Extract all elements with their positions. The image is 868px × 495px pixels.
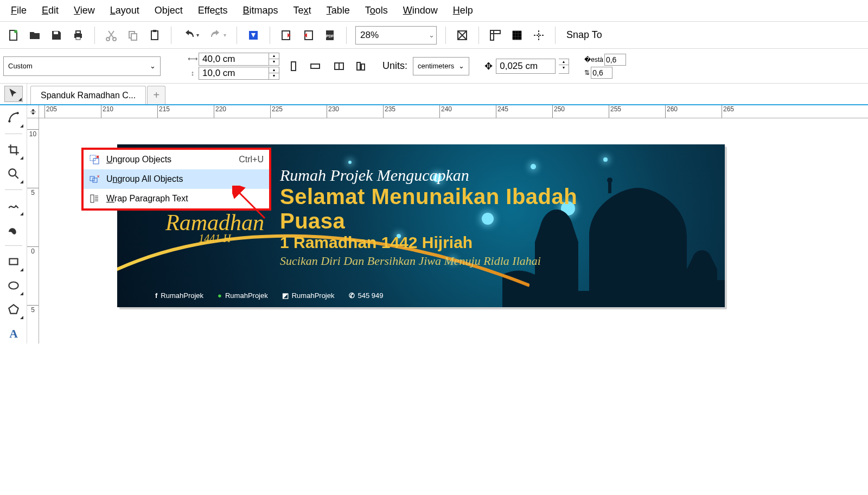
- menu-object[interactable]: Object: [147, 2, 190, 20]
- page-height-input[interactable]: [199, 67, 269, 80]
- duplicate-distance: �està ⇅: [584, 54, 626, 79]
- svg-rect-10: [153, 30, 156, 32]
- cut-button[interactable]: [101, 26, 121, 45]
- height-spinner[interactable]: ▴▾: [269, 67, 279, 80]
- menu-bitmaps[interactable]: Bitmaps: [235, 2, 286, 20]
- document-tab-area: Spanduk Ramadhan C... +: [0, 84, 868, 105]
- shape-tool[interactable]: [3, 107, 24, 128]
- ctx-ungroup-all-label: Ungroup All Objects: [106, 174, 264, 184]
- social-wa: RumahProjek: [225, 291, 268, 300]
- ellipse-tool[interactable]: [3, 275, 24, 296]
- snap-to-label[interactable]: Snap To: [562, 29, 607, 41]
- banner-line4: Sucikan Diri Dan Bersihkan Jiwa Menuju R…: [280, 254, 584, 268]
- svg-rect-21: [357, 62, 360, 70]
- svg-rect-31: [90, 155, 95, 161]
- undo-button[interactable]: ▾: [178, 26, 203, 45]
- svg-rect-32: [93, 158, 99, 164]
- banner-line1: Rumah Projek Mengucapkan: [280, 166, 584, 185]
- h-tick: 225: [270, 105, 283, 118]
- current-page-button[interactable]: [351, 56, 371, 76]
- zoom-tool[interactable]: [3, 163, 24, 184]
- facebook-icon: f: [155, 291, 157, 300]
- chevron-down-icon: ⌄: [150, 62, 156, 70]
- paste-button[interactable]: [145, 26, 164, 45]
- ungroup-icon: [89, 154, 100, 165]
- ctx-ungroup[interactable]: Ungroup Objects Ctrl+U: [84, 150, 269, 169]
- svg-rect-17: [291, 62, 296, 71]
- ruler-origin[interactable]: [27, 105, 39, 118]
- dup-x-input[interactable]: [604, 54, 626, 66]
- page-width-input[interactable]: [199, 53, 269, 66]
- search-content-button[interactable]: [244, 26, 263, 45]
- svg-point-27: [9, 282, 18, 289]
- zoom-level-combo[interactable]: ⌄: [355, 26, 437, 45]
- units-combo[interactable]: centimeters ⌄: [413, 57, 469, 75]
- save-button[interactable]: [47, 26, 66, 45]
- menu-layout[interactable]: Layout: [103, 2, 147, 20]
- new-button[interactable]: [3, 26, 23, 45]
- svg-rect-36: [93, 178, 97, 182]
- tab-add-button[interactable]: +: [147, 86, 165, 104]
- height-icon: ↕: [187, 67, 199, 79]
- show-grid-button[interactable]: [507, 26, 527, 45]
- svg-rect-4: [76, 37, 80, 40]
- chevron-down-icon[interactable]: ⌄: [427, 31, 436, 39]
- svg-text:A: A: [9, 327, 18, 340]
- v-tick: 10: [27, 129, 39, 138]
- horizontal-ruler[interactable]: 205 210 215 220 225 230 235 240 245 250 …: [39, 105, 868, 118]
- width-spinner[interactable]: ▴▾: [269, 53, 279, 66]
- dup-y-icon: ⇅: [584, 69, 590, 77]
- menu-text[interactable]: Text: [286, 2, 319, 20]
- rectangle-tool[interactable]: [3, 251, 24, 272]
- chevron-down-icon: ⌄: [458, 62, 464, 70]
- page-preset-combo[interactable]: Custom ⌄: [3, 56, 161, 76]
- show-rulers-button[interactable]: [486, 26, 505, 45]
- nudge-input[interactable]: [496, 59, 556, 74]
- banner-line2: Selamat Menunaikan Ibadah Puasa: [280, 185, 584, 233]
- menu-window[interactable]: Window: [395, 2, 445, 20]
- page-dimensions: ⟷ ▴▾ ↕ ▴▾: [187, 53, 279, 80]
- dup-x-icon: �està: [584, 56, 603, 64]
- dup-y-input[interactable]: [591, 67, 612, 79]
- units-value: centimeters: [418, 62, 454, 70]
- zoom-input[interactable]: [356, 30, 427, 41]
- menu-tools[interactable]: Tools: [358, 2, 395, 20]
- freehand-tool[interactable]: [3, 195, 24, 216]
- print-button[interactable]: [68, 26, 88, 45]
- menu-table[interactable]: Table: [319, 2, 358, 20]
- v-tick: 5: [27, 188, 39, 196]
- show-guidelines-button[interactable]: [529, 26, 548, 45]
- menu-file[interactable]: FFileile: [3, 2, 34, 20]
- redo-button[interactable]: ▾: [205, 26, 230, 45]
- import-button[interactable]: [277, 26, 296, 45]
- pick-tool[interactable]: [4, 86, 23, 102]
- vertical-ruler[interactable]: 10 5 0 5 10: [27, 118, 39, 344]
- full-screen-button[interactable]: [452, 26, 472, 45]
- export-button[interactable]: [298, 26, 318, 45]
- nudge-spinner[interactable]: ▴▾: [559, 59, 569, 74]
- text-tool[interactable]: A: [3, 323, 24, 344]
- publish-pdf-button[interactable]: PDF: [320, 26, 340, 45]
- copy-button[interactable]: [123, 26, 143, 45]
- open-button[interactable]: [25, 26, 44, 45]
- canvas[interactable]: 205 210 215 220 225 230 235 240 245 250 …: [27, 105, 868, 344]
- menu-view[interactable]: View: [66, 2, 103, 20]
- menu-effects[interactable]: Effects: [190, 2, 235, 20]
- h-tick: 240: [439, 105, 452, 118]
- svg-point-25: [9, 169, 16, 176]
- artistic-media-tool[interactable]: [3, 219, 24, 240]
- menu-edit[interactable]: Edit: [34, 2, 66, 20]
- nudge-icon: ✥: [484, 60, 493, 72]
- wrap-text-icon: [89, 193, 100, 204]
- toolbox-header: [0, 84, 27, 104]
- landscape-button[interactable]: [305, 56, 325, 76]
- portrait-button[interactable]: [284, 56, 303, 76]
- social-fb: RumahProjek: [161, 291, 203, 300]
- ctx-ungroup-label: Ungroup Objects: [106, 155, 232, 164]
- tab-document-active[interactable]: Spanduk Ramadhan C...: [30, 86, 146, 104]
- menu-help[interactable]: Help: [445, 2, 481, 20]
- polygon-tool[interactable]: [3, 299, 24, 320]
- all-pages-button[interactable]: [329, 56, 349, 76]
- crop-tool[interactable]: [3, 139, 24, 160]
- annotation-arrow: [232, 186, 270, 224]
